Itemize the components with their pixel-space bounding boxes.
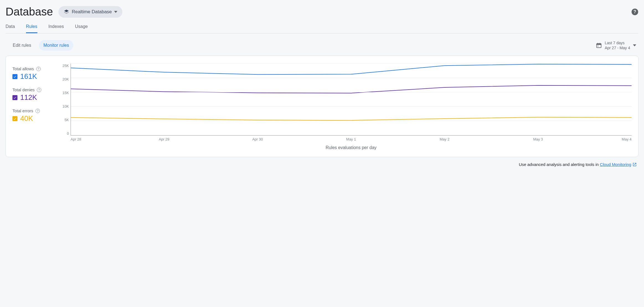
- rules-monitor-card: Total allows ? 161K Total denies ?: [6, 56, 638, 157]
- legend-allows-label: Total allows: [12, 66, 34, 71]
- x-tick-label: Apr 29: [117, 137, 211, 141]
- line-chart-svg: [71, 64, 632, 135]
- y-tick-label: 15K: [60, 91, 69, 95]
- page-header: Database Realtime Database ?: [6, 0, 638, 21]
- grid-line: [71, 78, 632, 78]
- help-icon[interactable]: ?: [36, 67, 41, 71]
- legend-errors-label: Total errors: [12, 108, 33, 113]
- database-type-label: Realtime Database: [72, 9, 112, 15]
- help-icon[interactable]: ?: [631, 8, 638, 15]
- x-tick-label: May 3: [491, 137, 585, 141]
- svg-text:?: ?: [633, 9, 636, 14]
- help-icon[interactable]: ?: [35, 109, 40, 113]
- chart-xlabel: Rules evaluations per day: [71, 145, 632, 150]
- x-axis: Apr 28Apr 29Apr 30May 1May 2May 3May 4: [71, 137, 632, 141]
- subtab-monitor-rules[interactable]: Monitor rules: [39, 40, 73, 51]
- y-axis: 25K20K15K10K5K0: [60, 64, 71, 136]
- legend-denies-checkbox[interactable]: [12, 95, 17, 100]
- chevron-down-icon: [114, 10, 117, 14]
- series-line: [71, 117, 632, 120]
- y-tick-label: 25K: [60, 64, 69, 68]
- grid-line: [71, 92, 632, 92]
- date-range-value: Apr 27 - May 4: [605, 45, 630, 50]
- check-icon: [13, 96, 17, 100]
- cloud-monitoring-link[interactable]: Cloud Monitoring: [600, 162, 637, 167]
- grid-line: [71, 63, 632, 64]
- x-tick-label: May 1: [304, 137, 398, 141]
- svg-rect-3: [597, 44, 601, 45]
- cloud-monitoring-link-label: Cloud Monitoring: [600, 162, 631, 167]
- tab-indexes[interactable]: Indexes: [48, 21, 64, 33]
- chart-plot: [71, 64, 632, 136]
- legend-allows: Total allows ? 161K: [12, 66, 51, 81]
- svg-rect-5: [600, 43, 600, 44]
- date-range-picker[interactable]: Last 7 days Apr 27 - May 4: [596, 40, 638, 50]
- check-icon: [13, 117, 17, 121]
- tab-usage[interactable]: Usage: [75, 21, 88, 33]
- help-icon[interactable]: ?: [37, 88, 41, 92]
- legend-denies-value: 112K: [20, 93, 37, 102]
- chevron-down-icon: [633, 44, 636, 47]
- open-in-new-icon: [632, 162, 637, 167]
- main-tabs: Data Rules Indexes Usage: [6, 21, 638, 33]
- legend-errors-checkbox[interactable]: [12, 116, 17, 121]
- subtab-edit-rules[interactable]: Edit rules: [8, 40, 36, 51]
- tab-data[interactable]: Data: [6, 21, 15, 33]
- chart-column: 25K20K15K10K5K0 Apr 28Apr 29Apr 30May 1M…: [60, 64, 632, 150]
- y-tick-label: 0: [60, 131, 69, 136]
- chart-legend: Total allows ? 161K Total denies ?: [12, 64, 51, 150]
- legend-denies-label: Total denies: [12, 87, 35, 92]
- page-title: Database: [6, 6, 53, 18]
- grid-line: [71, 106, 632, 106]
- chart-area: 25K20K15K10K5K0: [60, 64, 632, 136]
- rules-sub-tabs: Edit rules Monitor rules: [8, 40, 73, 51]
- legend-denies: Total denies ? 112K: [12, 87, 51, 102]
- x-tick-label: May 4: [585, 137, 632, 141]
- y-tick-label: 10K: [60, 104, 69, 108]
- y-tick-label: 20K: [60, 77, 69, 81]
- check-icon: [13, 75, 17, 79]
- footer-text: Use advanced analysis and alerting tools…: [519, 162, 600, 167]
- legend-errors: Total errors ? 40K: [12, 108, 51, 123]
- x-tick-label: Apr 30: [211, 137, 305, 141]
- legend-errors-value: 40K: [20, 114, 33, 123]
- y-tick-label: 5K: [60, 118, 69, 122]
- x-tick-label: May 2: [398, 137, 491, 141]
- legend-allows-checkbox[interactable]: [12, 74, 17, 79]
- series-line: [71, 64, 632, 74]
- svg-rect-6: [598, 46, 599, 46]
- x-tick-label: Apr 28: [71, 137, 117, 141]
- grid-line: [71, 121, 632, 121]
- rules-sub-bar: Edit rules Monitor rules Last 7 days Apr…: [6, 33, 638, 56]
- realtime-database-icon: [63, 9, 69, 15]
- database-type-selector[interactable]: Realtime Database: [58, 6, 122, 18]
- calendar-icon: [596, 42, 602, 48]
- svg-rect-4: [598, 43, 598, 44]
- legend-allows-value: 161K: [20, 72, 37, 81]
- date-range-label: Last 7 days: [605, 40, 630, 45]
- footer-hint: Use advanced analysis and alerting tools…: [6, 157, 638, 167]
- tab-rules[interactable]: Rules: [26, 21, 37, 33]
